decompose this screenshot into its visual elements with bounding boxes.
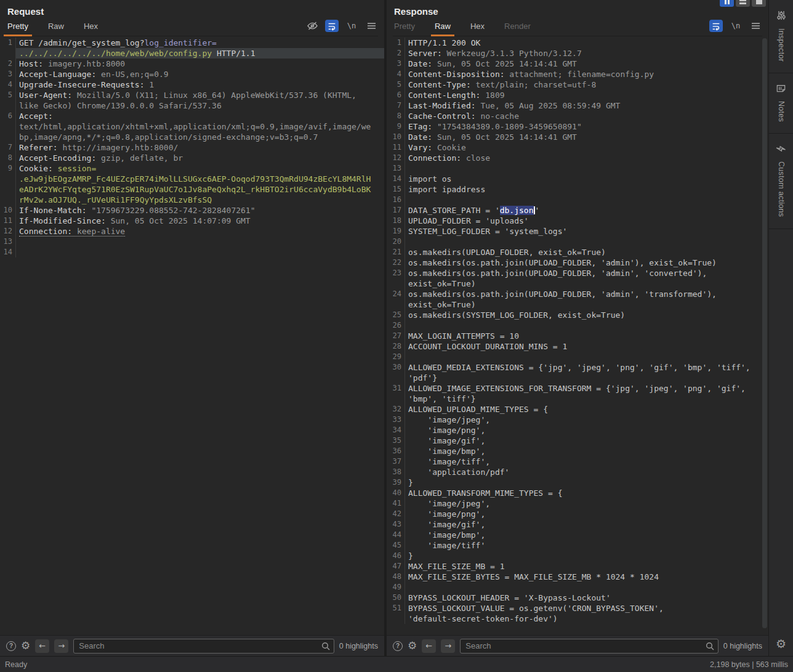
editor-menu-icon[interactable] (364, 20, 378, 32)
line-number (0, 184, 16, 195)
search-settings-gear-icon[interactable]: ⚙ (21, 641, 30, 651)
code-line: os.makedirs(os.path.join(UPLOAD_FOLDER, … (405, 268, 768, 278)
code-line: 'image/bmp', (405, 446, 768, 456)
settings-gear-icon[interactable]: ⚙ (776, 637, 786, 650)
line-number: 49 (387, 582, 405, 593)
editor-row: 'bmp', 'tiff'} (387, 394, 768, 404)
editor-row: eADrK2YWcFYqteg571R0EzSW1RupVaUC7o1Jv8aP… (0, 184, 384, 195)
response-search-input[interactable] (460, 639, 719, 654)
line-number: 11 (387, 142, 405, 153)
editor-row: 16 (387, 195, 768, 205)
code-line: } (405, 551, 768, 561)
editor-row: 9ETag: "1754384389.0-1809-3459650891" (387, 121, 768, 132)
editor-row: 10Date: Sun, 05 Oct 2025 14:14:41 GMT (387, 132, 768, 142)
editor-row: 44 'image/bmp', (387, 530, 768, 540)
request-search-input[interactable] (73, 639, 334, 654)
line-number: 16 (387, 195, 405, 205)
line-number: 29 (387, 352, 405, 362)
search-prev-button[interactable]: ← (422, 639, 436, 653)
request-editor[interactable]: 1GET /admin/get_system_log?log_identifie… (0, 36, 384, 635)
editor-row: 41 'image/jpeg', (387, 498, 768, 509)
line-number: 45 (387, 540, 405, 551)
search-next-button[interactable]: → (441, 639, 455, 653)
request-tab-raw[interactable]: Raw (47, 18, 65, 36)
word-wrap-toggle-icon[interactable] (325, 20, 339, 32)
code-line: 'application/pdf' (405, 467, 768, 477)
line-number: 31 (387, 383, 405, 394)
code-line: Accept-Language: en-US,en;q=0.9 (16, 69, 384, 79)
code-line: 'image/tiff', (405, 456, 768, 467)
line-number: 38 (387, 467, 405, 477)
line-number: 1 (387, 38, 405, 48)
code-line: import os (405, 174, 768, 184)
editor-row: 18UPLOAD_FOLDER = 'uploads' (387, 216, 768, 226)
layout-rows-button[interactable] (736, 0, 750, 7)
line-number: 7 (0, 142, 16, 153)
line-number: 44 (387, 530, 405, 540)
editor-row: bp,image/apng,*/*;q=0.8,application/sign… (0, 132, 384, 142)
line-number: 11 (0, 216, 16, 226)
editor-row: 1GET /admin/get_system_log?log_identifie… (0, 38, 384, 48)
code-line (405, 163, 768, 174)
hide-eye-icon[interactable] (305, 20, 319, 32)
search-icon (706, 642, 714, 650)
response-tab-hex[interactable]: Hex (469, 18, 486, 36)
line-number: 32 (387, 404, 405, 415)
newline-toggle[interactable]: \n (345, 20, 358, 32)
code-line: ALLOWED_IMAGE_EXTENSIONS_FOR_TRANSFORM =… (405, 383, 768, 394)
editor-menu-icon[interactable] (749, 20, 762, 32)
status-metrics: 2,198 bytes | 563 millis (710, 660, 788, 669)
line-number (0, 195, 16, 205)
search-prev-button[interactable]: ← (35, 639, 49, 653)
editor-row: like Gecko) Chrome/139.0.0.0 Safari/537.… (0, 100, 384, 111)
editor-row: 2Host: imagery.htb:8000 (0, 59, 384, 69)
editor-row: 1HTTP/1.1 200 OK (387, 38, 768, 48)
help-icon[interactable]: ? (6, 641, 16, 651)
line-number: 20 (387, 237, 405, 247)
code-line: ALLOWED_MEDIA_EXTENSIONS = {'jpg', 'jpeg… (405, 362, 768, 373)
request-panel: Request Pretty Raw Hex (0, 0, 384, 656)
sidebar-tab-notes[interactable]: Notes (769, 73, 793, 134)
editor-row: 3Accept-Language: en-US,en;q=0.9 (0, 69, 384, 79)
word-wrap-toggle-icon[interactable] (709, 20, 723, 32)
code-line: MAX_FILE_SIZE_BYTES = MAX_FILE_SIZE_MB *… (405, 572, 768, 582)
sidebar-tab-inspector[interactable]: Inspector (769, 0, 793, 73)
editor-row: ../../../../../../home/web/web/config.py… (0, 48, 384, 59)
editor-row: 'pdf'} (387, 373, 768, 383)
layout-columns-button[interactable] (720, 0, 734, 7)
newline-toggle[interactable]: \n (729, 20, 743, 32)
code-line: Content-Disposition: attachment; filenam… (405, 69, 768, 79)
line-number: 25 (387, 310, 405, 320)
line-number: 34 (387, 425, 405, 435)
code-line: Date: Sun, 05 Oct 2025 14:14:41 GMT (405, 59, 768, 69)
response-scrollbar-thumb[interactable] (762, 38, 767, 628)
editor-row: 4Content-Disposition: attachment; filena… (387, 69, 768, 79)
request-title: Request (6, 6, 378, 17)
help-icon[interactable]: ? (393, 641, 403, 651)
code-line: Date: Sun, 05 Oct 2025 14:14:41 GMT (405, 132, 768, 142)
editor-row: 29 (387, 352, 768, 362)
editor-row: 37 'image/tiff', (387, 456, 768, 467)
editor-row: 12Connection: close (387, 153, 768, 163)
code-line: Accept-Encoding: gzip, deflate, br (16, 153, 384, 163)
line-number: 8 (387, 111, 405, 121)
line-number: 51 (387, 603, 405, 613)
response-tab-raw[interactable]: Raw (433, 18, 452, 36)
lightning-icon (776, 144, 786, 154)
line-number: 3 (0, 69, 16, 79)
notes-icon (776, 83, 786, 94)
line-number: 5 (387, 79, 405, 90)
code-line: Host: imagery.htb:8000 (16, 59, 384, 69)
request-tab-hex[interactable]: Hex (83, 18, 99, 36)
search-settings-gear-icon[interactable]: ⚙ (408, 641, 417, 651)
editor-row: 11Vary: Cookie (387, 142, 768, 153)
response-editor[interactable]: 1HTTP/1.1 200 OK2Server: Werkzeug/3.1.3 … (387, 36, 768, 635)
code-line: Vary: Cookie (405, 142, 768, 153)
line-number: 26 (387, 320, 405, 331)
search-next-button[interactable]: → (54, 639, 68, 653)
sidebar-tab-custom-actions[interactable]: Custom actions (769, 134, 793, 229)
layout-single-button[interactable] (752, 0, 766, 7)
code-line: User-Agent: Mozilla/5.0 (X11; Linux x86_… (16, 90, 384, 100)
request-tab-pretty[interactable]: Pretty (6, 18, 30, 36)
editor-row: 30ALLOWED_MEDIA_EXTENSIONS = {'jpg', 'jp… (387, 362, 768, 373)
